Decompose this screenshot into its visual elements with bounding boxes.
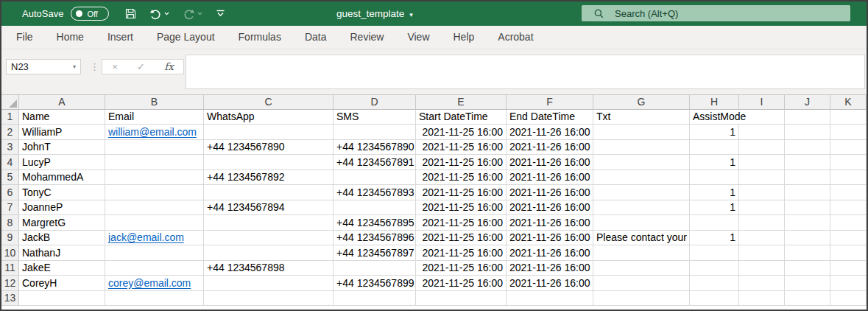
row-header-6[interactable]: 6 bbox=[1, 185, 19, 200]
cell-D9[interactable]: +44 1234567896 bbox=[334, 231, 416, 246]
column-header-B[interactable]: B bbox=[105, 94, 204, 110]
column-header-E[interactable]: E bbox=[416, 94, 507, 110]
name-box[interactable]: N23 ▾ bbox=[6, 59, 81, 74]
column-header-I[interactable]: I bbox=[739, 94, 785, 110]
row-header-13[interactable]: 13 bbox=[1, 291, 19, 307]
cell-H2[interactable]: 1 bbox=[690, 125, 739, 140]
cell-D6[interactable]: +44 1234567893 bbox=[334, 185, 416, 200]
cell-B4[interactable] bbox=[105, 155, 204, 170]
cell-A12[interactable]: CoreyH bbox=[19, 276, 105, 291]
cell-J9[interactable] bbox=[785, 231, 830, 246]
cell-D13[interactable] bbox=[334, 291, 416, 307]
cell-G13[interactable] bbox=[593, 291, 690, 307]
cell-F6[interactable]: 2021-11-26 16:00 bbox=[507, 185, 593, 200]
tab-review[interactable]: Review bbox=[339, 26, 396, 49]
cell-D12[interactable]: +44 1234567899 bbox=[334, 276, 416, 291]
cell-H10[interactable] bbox=[690, 245, 739, 261]
cell-C12[interactable] bbox=[204, 276, 334, 291]
column-header-D[interactable]: D bbox=[334, 94, 416, 110]
cell-B7[interactable] bbox=[105, 200, 204, 216]
cell-E7[interactable]: 2021-11-25 16:00 bbox=[416, 200, 507, 216]
cell-J13[interactable] bbox=[785, 291, 830, 307]
cell-H4[interactable]: 1 bbox=[690, 155, 739, 170]
cell-A10[interactable]: NathanJ bbox=[19, 245, 105, 261]
column-header-C[interactable]: C bbox=[204, 94, 334, 110]
cell-J8[interactable] bbox=[785, 215, 830, 231]
row-header-11[interactable]: 11 bbox=[1, 261, 19, 276]
select-all-button[interactable] bbox=[1, 94, 19, 110]
cell-H3[interactable] bbox=[690, 140, 739, 156]
column-header-G[interactable]: G bbox=[593, 94, 690, 110]
cell-G3[interactable] bbox=[593, 140, 690, 156]
cell-K2[interactable] bbox=[830, 125, 867, 140]
insert-function-button[interactable]: fx bbox=[164, 62, 174, 72]
cell-C13[interactable] bbox=[204, 291, 334, 307]
cell-A7[interactable]: JoanneP bbox=[19, 200, 105, 216]
cell-K9[interactable] bbox=[830, 231, 867, 246]
cell-K10[interactable] bbox=[830, 245, 867, 261]
cell-B6[interactable] bbox=[105, 185, 204, 200]
cell-E12[interactable]: 2021-11-25 16:00 bbox=[416, 276, 507, 291]
cell-D3[interactable]: +44 1234567890 bbox=[334, 140, 416, 156]
row-header-5[interactable]: 5 bbox=[1, 170, 19, 186]
cell-K6[interactable] bbox=[830, 185, 867, 200]
column-header-K[interactable]: K bbox=[830, 94, 867, 110]
cell-E1[interactable]: Start DateTime bbox=[416, 110, 507, 125]
cell-G10[interactable] bbox=[593, 245, 690, 261]
cell-J6[interactable] bbox=[785, 185, 830, 200]
cell-I8[interactable] bbox=[739, 215, 785, 231]
cell-C1[interactable]: WhatsApp bbox=[204, 110, 334, 125]
cell-E10[interactable]: 2021-11-25 16:00 bbox=[416, 245, 507, 261]
row-header-8[interactable]: 8 bbox=[1, 215, 19, 231]
cell-J2[interactable] bbox=[785, 125, 830, 140]
cell-F7[interactable]: 2021-11-26 16:00 bbox=[507, 200, 593, 216]
cell-E9[interactable]: 2021-11-25 16:00 bbox=[416, 231, 507, 246]
cell-K4[interactable] bbox=[830, 155, 867, 170]
cell-H9[interactable]: 1 bbox=[690, 231, 739, 246]
cell-G1[interactable]: Txt bbox=[593, 110, 690, 125]
cell-K11[interactable] bbox=[830, 261, 867, 276]
cancel-button[interactable]: × bbox=[112, 62, 118, 71]
row-header-2[interactable]: 2 bbox=[1, 125, 19, 140]
cell-K8[interactable] bbox=[830, 215, 867, 231]
cell-H8[interactable] bbox=[690, 215, 739, 231]
cell-A6[interactable]: TonyC bbox=[19, 185, 105, 200]
cell-B12[interactable]: corey@email.com bbox=[105, 276, 204, 291]
cell-E4[interactable]: 2021-11-25 16:00 bbox=[416, 155, 507, 170]
customize-quick-access-toolbar-button[interactable] bbox=[216, 10, 225, 18]
cell-H1[interactable]: AssistMode bbox=[690, 110, 739, 125]
cell-B11[interactable] bbox=[105, 261, 204, 276]
cell-G8[interactable] bbox=[593, 215, 690, 231]
cell-A1[interactable]: Name bbox=[19, 110, 105, 125]
cell-E11[interactable]: 2021-11-25 16:00 bbox=[416, 261, 507, 276]
cell-E8[interactable]: 2021-11-25 16:00 bbox=[416, 215, 507, 231]
cell-F10[interactable]: 2021-11-26 16:00 bbox=[507, 245, 593, 261]
cell-F9[interactable]: 2021-11-26 16:00 bbox=[507, 231, 593, 246]
cell-A8[interactable]: MargretG bbox=[19, 215, 105, 231]
save-button[interactable] bbox=[125, 8, 136, 19]
cell-F13[interactable] bbox=[507, 291, 593, 307]
cell-J12[interactable] bbox=[785, 276, 830, 291]
cell-G2[interactable] bbox=[593, 125, 690, 140]
cell-B1[interactable]: Email bbox=[105, 110, 204, 125]
cell-H7[interactable]: 1 bbox=[690, 200, 739, 216]
cell-G9[interactable]: Please contact your c bbox=[593, 231, 690, 246]
formula-input[interactable] bbox=[186, 55, 865, 89]
cell-C9[interactable] bbox=[204, 231, 334, 246]
cell-I9[interactable] bbox=[739, 231, 785, 246]
cell-F3[interactable]: 2021-11-26 16:00 bbox=[507, 140, 593, 156]
document-title[interactable]: guest_template ▾ bbox=[336, 1, 413, 26]
cell-G12[interactable] bbox=[593, 276, 690, 291]
cell-B10[interactable] bbox=[105, 245, 204, 261]
cell-K1[interactable] bbox=[830, 110, 867, 125]
cell-D1[interactable]: SMS bbox=[334, 110, 416, 125]
cell-K7[interactable] bbox=[830, 200, 867, 216]
cell-I13[interactable] bbox=[739, 291, 785, 307]
row-header-1[interactable]: 1 bbox=[1, 110, 19, 125]
cell-B8[interactable] bbox=[105, 215, 204, 231]
cell-I12[interactable] bbox=[739, 276, 785, 291]
cell-I4[interactable] bbox=[739, 155, 785, 170]
tab-view[interactable]: View bbox=[395, 26, 441, 49]
cell-F12[interactable]: 2021-11-26 16:00 bbox=[507, 276, 593, 291]
cell-E13[interactable] bbox=[416, 291, 507, 307]
